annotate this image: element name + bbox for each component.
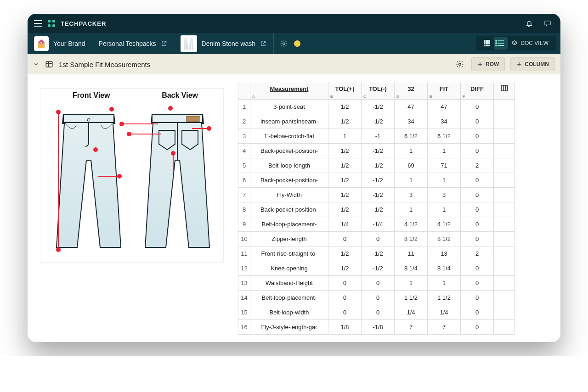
col-tol-plus[interactable]: TOL(+) B — [328, 82, 362, 100]
table-row[interactable]: 8Back-pocket-position-1/2-1/2110 — [238, 202, 515, 217]
table-row[interactable]: 9Belt-loop-placement-1/4-1/44 1/24 1/20 — [238, 217, 515, 232]
cell-measurement[interactable]: Knee opening — [250, 261, 328, 276]
table-row[interactable]: 2Inseam-pantsInseam-1/2-1/234340 — [238, 114, 515, 129]
cell-measurement[interactable]: Front-rise-straight-to- — [250, 246, 328, 261]
col-tol-minus[interactable]: TOL(-) C — [362, 82, 395, 100]
cell-tol-minus[interactable]: -1/8 — [362, 320, 395, 335]
table-row[interactable]: 16Fly-J-style-length-gar1/8-1/8770 — [238, 320, 515, 335]
cell-fit[interactable]: 8 1/2 — [428, 232, 461, 246]
cell-diff[interactable]: 0 — [461, 144, 494, 158]
col-index[interactable] — [238, 82, 250, 100]
cell-fit[interactable]: 71 — [428, 158, 461, 173]
cell-fit[interactable]: 6 1/2 — [428, 129, 461, 144]
cell-fit[interactable]: 34 — [428, 114, 461, 129]
cell-tol-minus[interactable]: -1/2 — [362, 173, 395, 188]
cell-fit[interactable]: 3 — [428, 188, 461, 202]
cell-size[interactable]: 1 — [395, 202, 428, 217]
cell-fit[interactable]: 47 — [428, 100, 461, 114]
cell-diff[interactable]: 0 — [461, 291, 494, 305]
doc-view-button[interactable]: DOC VIEW — [508, 37, 552, 50]
cell-size[interactable]: 1 1/2 — [395, 291, 428, 305]
breadcrumb-brand[interactable]: Your Brand — [28, 33, 92, 54]
cell-size[interactable]: 34 — [395, 114, 428, 129]
cell-diff[interactable]: 0 — [461, 202, 494, 217]
breadcrumb-item[interactable]: Denim Stone wash — [174, 33, 274, 54]
status-dot[interactable] — [294, 40, 300, 47]
cell-tol-minus[interactable]: -1/2 — [362, 144, 395, 158]
cell-tol-minus[interactable]: -1/2 — [362, 158, 395, 173]
comment-icon[interactable] — [541, 17, 554, 30]
cell-measurement[interactable]: Back-pocket-position- — [250, 173, 328, 188]
cell-size[interactable]: 69 — [395, 158, 428, 173]
cell-diff[interactable]: 0 — [461, 305, 494, 320]
add-column-icon-button[interactable] — [494, 82, 515, 100]
cell-tol-plus[interactable]: 1/2 — [328, 202, 362, 217]
cell-tol-plus[interactable]: 1 — [328, 129, 362, 144]
cell-diff[interactable]: 2 — [461, 158, 494, 173]
cell-measurement[interactable]: Belt-loop-length — [250, 158, 328, 173]
cell-fit[interactable]: 13 — [428, 246, 461, 261]
cell-diff[interactable]: 0 — [461, 114, 494, 129]
grid-view-button[interactable] — [480, 37, 494, 50]
cell-fit[interactable]: 1 — [428, 276, 461, 291]
col-size[interactable]: 32 D — [395, 82, 428, 100]
cell-measurement[interactable]: Belt-loop-placement- — [250, 291, 328, 305]
cell-diff[interactable]: 0 — [461, 188, 494, 202]
cell-measurement[interactable]: Inseam-pantsInseam- — [250, 114, 328, 129]
external-link-icon[interactable] — [260, 40, 266, 47]
cell-measurement[interactable]: Fly-J-style-length-gar — [250, 320, 328, 335]
cell-measurement[interactable]: 3-point-seat — [250, 100, 328, 114]
cell-fit[interactable]: 1 — [428, 144, 461, 158]
cell-diff[interactable]: 0 — [461, 100, 494, 114]
cell-tol-plus[interactable]: 0 — [328, 276, 362, 291]
cell-tol-plus[interactable]: 1/2 — [328, 144, 362, 158]
cell-tol-minus[interactable]: -1/2 — [362, 188, 395, 202]
cell-tol-plus[interactable]: 1/2 — [328, 100, 362, 114]
cell-size[interactable]: 11 — [395, 246, 428, 261]
cell-measurement[interactable]: Belt-loop-width — [250, 305, 328, 320]
cell-diff[interactable]: 0 — [461, 217, 494, 232]
cell-tol-minus[interactable]: -1/2 — [362, 100, 395, 114]
table-row[interactable]: 31'-below-crotch-flat1-16 1/26 1/20 — [238, 129, 515, 144]
cell-fit[interactable]: 1 — [428, 202, 461, 217]
add-column-button[interactable]: COLUMN — [510, 57, 555, 71]
cell-measurement[interactable]: Waistband-Height — [250, 276, 328, 291]
menu-icon[interactable] — [34, 20, 42, 27]
cell-tol-minus[interactable]: 0 — [362, 291, 395, 305]
cell-fit[interactable]: 4 1/2 — [428, 217, 461, 232]
cell-size[interactable]: 3 — [395, 188, 428, 202]
table-row[interactable]: 13Waistband-Height00110 — [238, 276, 515, 291]
table-row[interactable]: 14Belt-loop-placement-001 1/21 1/20 — [238, 291, 515, 305]
add-row-button[interactable]: ROW — [471, 57, 505, 71]
cell-diff[interactable]: 0 — [461, 173, 494, 188]
cell-tol-minus[interactable]: -1/2 — [362, 246, 395, 261]
cell-diff[interactable]: 0 — [461, 276, 494, 291]
table-row[interactable]: 6Back-pocket-position-1/2-1/2110 — [238, 173, 515, 188]
cell-size[interactable]: 8 1/4 — [395, 261, 428, 276]
table-row[interactable]: 13-point-seat1/2-1/247470 — [238, 100, 515, 114]
cell-size[interactable]: 6 1/2 — [395, 129, 428, 144]
chevron-down-icon[interactable] — [33, 61, 40, 67]
external-link-icon[interactable] — [161, 40, 167, 47]
bell-icon[interactable] — [523, 17, 536, 30]
cell-tol-plus[interactable]: 1/2 — [328, 261, 362, 276]
cell-size[interactable]: 1 — [395, 144, 428, 158]
cell-fit[interactable]: 1 — [428, 173, 461, 188]
cell-fit[interactable]: 1 1/2 — [428, 291, 461, 305]
cell-measurement[interactable]: Zipper-length — [250, 232, 328, 246]
table-row[interactable]: 4Back-pocket-position-1/2-1/2110 — [238, 144, 515, 158]
cell-measurement[interactable]: 1'-below-crotch-flat — [250, 129, 328, 144]
cell-measurement[interactable]: Fly-Width — [250, 188, 328, 202]
cell-diff[interactable]: 0 — [461, 232, 494, 246]
cell-tol-minus[interactable]: 0 — [362, 232, 395, 246]
cell-diff[interactable]: 0 — [461, 320, 494, 335]
cell-diff[interactable]: 2 — [461, 246, 494, 261]
cell-measurement[interactable]: Back-pocket-position- — [250, 202, 328, 217]
cell-size[interactable]: 4 1/2 — [395, 217, 428, 232]
cell-size[interactable]: 1/4 — [395, 305, 428, 320]
cell-tol-plus[interactable]: 1/2 — [328, 188, 362, 202]
cell-fit[interactable]: 7 — [428, 320, 461, 335]
cell-tol-plus[interactable]: 0 — [328, 305, 362, 320]
cell-diff[interactable]: 0 — [461, 129, 494, 144]
table-row[interactable]: 10Zipper-length008 1/28 1/20 — [238, 232, 515, 246]
